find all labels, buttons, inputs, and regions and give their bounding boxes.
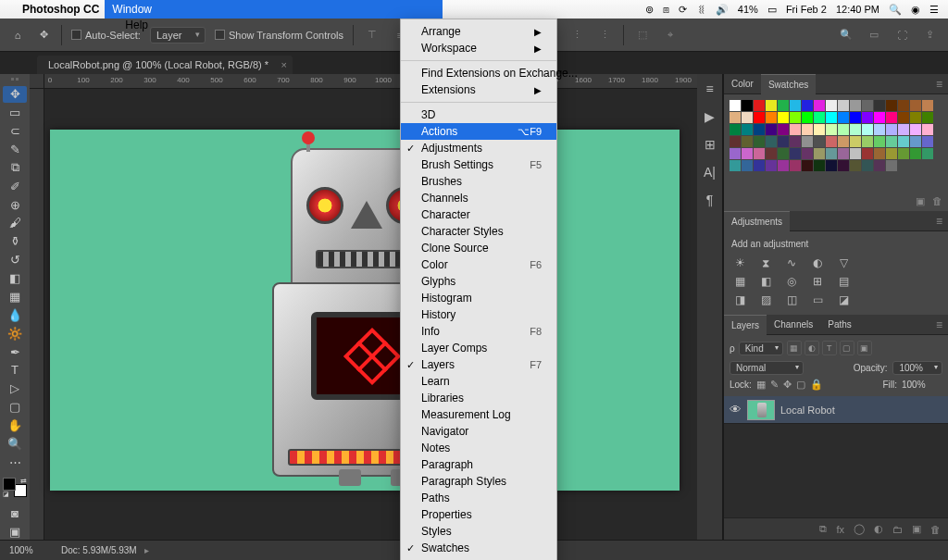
default-colors-icon[interactable]: ◪	[3, 491, 9, 498]
ruler-vertical[interactable]	[30, 89, 44, 540]
eyedropper-tool[interactable]: ✐	[3, 178, 27, 194]
menu-item-swatches[interactable]: Swatches	[401, 540, 556, 556]
dropbox-icon[interactable]: ⧆	[663, 4, 669, 16]
swatch[interactable]	[790, 112, 801, 123]
swatch[interactable]	[838, 124, 849, 135]
swatch[interactable]	[766, 160, 777, 171]
spotlight-icon[interactable]: 🔍	[889, 4, 902, 16]
swatch[interactable]	[838, 112, 849, 123]
menu-item-arrange[interactable]: Arrange▶	[401, 23, 556, 40]
swatch[interactable]	[730, 100, 741, 111]
type-tool[interactable]: T	[3, 362, 27, 379]
swatch[interactable]	[826, 136, 837, 147]
swatch[interactable]	[766, 136, 777, 147]
swatch[interactable]	[790, 160, 801, 171]
swatch[interactable]	[826, 160, 837, 171]
menu-item-histogram[interactable]: Histogram	[401, 290, 556, 306]
ruler-horizontal[interactable]: 0100200300400500600700800900100011001200…	[44, 74, 697, 89]
swatch[interactable]	[730, 136, 741, 147]
menu-item-find-extensions-on-exchange-[interactable]: Find Extensions on Exchange...	[401, 65, 556, 81]
swatch[interactable]	[730, 160, 741, 171]
menu-item-character-styles[interactable]: Character Styles	[401, 223, 556, 240]
adj-threshold-icon[interactable]: ◫	[783, 293, 800, 306]
menu-item-channels[interactable]: Channels	[401, 190, 556, 206]
swatch[interactable]	[862, 160, 873, 171]
swatch[interactable]	[814, 136, 825, 147]
swatch[interactable]	[874, 112, 885, 123]
menubar-time[interactable]: 12:40 PM	[836, 4, 879, 15]
swatch[interactable]	[778, 100, 789, 111]
tab-swatches[interactable]: Swatches	[761, 74, 816, 94]
swatch[interactable]	[814, 160, 825, 171]
swatch[interactable]	[886, 148, 897, 159]
swatch[interactable]	[790, 148, 801, 159]
canvas[interactable]	[50, 130, 680, 491]
sync-icon[interactable]: ⟳	[679, 4, 687, 16]
menu-item-glyphs[interactable]: Glyphs	[401, 273, 556, 290]
zoom-level[interactable]: 100%	[9, 545, 46, 555]
adj-levels-icon[interactable]: ⧗	[757, 256, 774, 269]
swatch[interactable]	[862, 100, 873, 111]
swatch[interactable]	[766, 148, 777, 159]
swatch[interactable]	[838, 136, 849, 147]
doc-info-menu-icon[interactable]: ▸	[144, 545, 149, 555]
volume-icon[interactable]: 🔊	[716, 4, 729, 16]
adj-exposure-icon[interactable]: ◐	[809, 256, 826, 269]
layer-thumbnail[interactable]	[747, 400, 775, 420]
swatch[interactable]	[754, 148, 765, 159]
filter-type-icon[interactable]: T	[822, 341, 837, 355]
swatch[interactable]	[922, 124, 933, 135]
swatch[interactable]	[874, 124, 885, 135]
brush-tool[interactable]: 🖌	[3, 215, 27, 231]
menu-window[interactable]: Window	[105, 0, 443, 19]
swatch[interactable]	[778, 148, 789, 159]
share-icon[interactable]: ⇪	[920, 26, 939, 44]
swatch[interactable]	[886, 100, 897, 111]
swatch[interactable]	[766, 124, 777, 135]
swatch[interactable]	[814, 124, 825, 135]
menu-item-timeline[interactable]: Timeline	[401, 556, 556, 560]
delete-layer-icon[interactable]: 🗑	[930, 524, 941, 535]
filter-pixel-icon[interactable]: ▦	[787, 341, 802, 355]
panel-menu-icon[interactable]: ≡	[936, 318, 942, 331]
swatch[interactable]	[874, 160, 885, 171]
gradient-tool[interactable]: ▦	[3, 289, 27, 305]
quick-mask-tool[interactable]: ◙	[3, 504, 27, 521]
menu-item-properties[interactable]: Properties	[401, 506, 556, 523]
menu-item-notes[interactable]: Notes	[401, 440, 556, 456]
zoom-tool[interactable]: 🔍	[3, 436, 27, 453]
crop-tool[interactable]: ⧉	[3, 159, 27, 176]
swatch[interactable]	[742, 112, 753, 123]
menu-item-paragraph[interactable]: Paragraph	[401, 456, 556, 473]
swatch[interactable]	[778, 160, 789, 171]
swatch[interactable]	[862, 124, 873, 135]
swatch[interactable]	[838, 160, 849, 171]
swatch[interactable]	[754, 136, 765, 147]
swatch[interactable]	[850, 148, 861, 159]
swatch[interactable]	[802, 136, 813, 147]
close-tab-icon[interactable]: ×	[281, 59, 287, 70]
swatch[interactable]	[850, 112, 861, 123]
adj-channel-mixer-icon[interactable]: ⊞	[809, 275, 826, 288]
swatch[interactable]	[778, 136, 789, 147]
home-icon[interactable]: ⌂	[9, 27, 26, 44]
arrange-documents-icon[interactable]: ▭	[865, 26, 883, 44]
swatch[interactable]	[742, 136, 753, 147]
path-tool[interactable]: ▷	[3, 380, 27, 397]
swatch[interactable]	[754, 100, 765, 111]
lasso-tool[interactable]: ⊂	[3, 123, 27, 140]
marquee-tool[interactable]: ▭	[3, 105, 27, 121]
character-panel-icon[interactable]: A|	[704, 165, 716, 180]
document-tab[interactable]: LocalRobot.png @ 100% (Local Robot, RGB/…	[37, 56, 293, 74]
swatch[interactable]	[742, 124, 753, 135]
swatch[interactable]	[730, 124, 741, 135]
adj-brightness-icon[interactable]: ☀	[731, 256, 748, 269]
adj-bw-icon[interactable]: ◧	[757, 275, 774, 288]
swatch[interactable]	[802, 148, 813, 159]
ruler-origin[interactable]	[30, 74, 44, 89]
swatch[interactable]	[898, 100, 909, 111]
screen-mode-tool[interactable]: ▣	[3, 523, 27, 540]
menu-item-brush-settings[interactable]: Brush SettingsF5	[401, 156, 556, 173]
tab-color[interactable]: Color	[724, 74, 761, 94]
swatch[interactable]	[838, 148, 849, 159]
